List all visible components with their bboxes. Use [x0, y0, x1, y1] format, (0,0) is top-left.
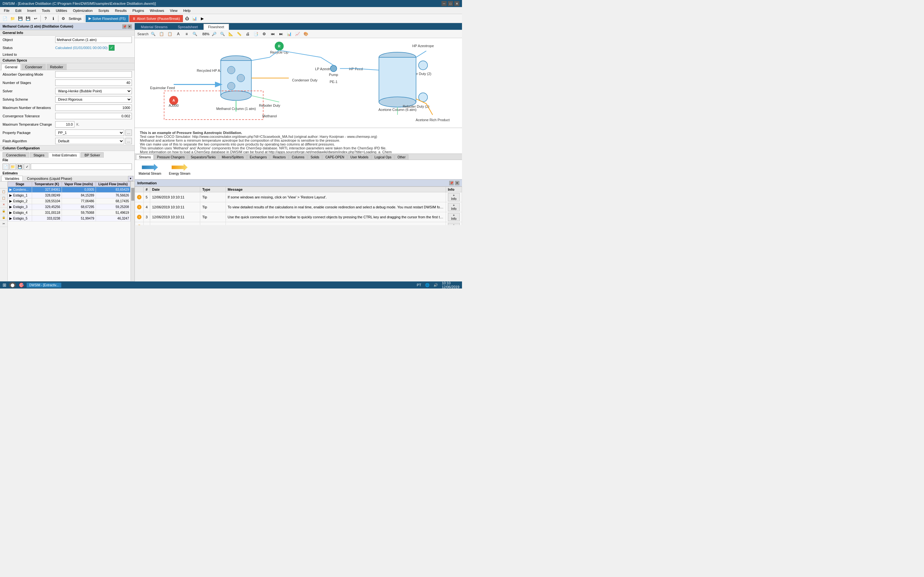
file-open-btn[interactable]: 📁	[10, 163, 16, 170]
fs-align-btn[interactable]: ≡	[183, 31, 190, 37]
fs-search-btn[interactable]: 🔍	[150, 31, 157, 37]
new-btn[interactable]: 📄	[1, 15, 8, 22]
tab-material-streams[interactable]: Material Streams	[136, 24, 172, 30]
menu-edit[interactable]: Edit	[13, 8, 24, 13]
menu-view[interactable]: View	[168, 8, 180, 13]
menu-tools[interactable]: Tools	[39, 8, 53, 13]
flash-algo-edit-btn[interactable]: …	[126, 138, 132, 144]
panel-pin-btn[interactable]: 📌	[122, 24, 127, 29]
flowsheet-area[interactable]: R Recycle Op HP Azeotrope Recycled HP Az…	[135, 38, 462, 128]
prop-pkg-select[interactable]: PP_1	[55, 129, 124, 136]
tab-flowsheet[interactable]: Flowsheet	[204, 24, 229, 30]
menu-insert[interactable]: Insert	[25, 8, 39, 13]
num-stages-input[interactable]	[55, 79, 132, 86]
menu-scripts[interactable]: Scripts	[96, 8, 112, 13]
fs-tool-10[interactable]: 🎨	[302, 31, 310, 37]
fs-tool-5[interactable]: ⚙	[261, 31, 268, 37]
estimates-table-row[interactable]: ▶Estágio_4 331,00118 59,75068 51,49619	[8, 210, 131, 216]
tab-connections[interactable]: Connections	[3, 152, 29, 158]
info-panel-close-btn[interactable]: ✕	[455, 181, 459, 185]
fs-tool-9[interactable]: 📈	[294, 31, 301, 37]
cortana-btn[interactable]: 🎯	[19, 282, 24, 287]
palette-tab-separators[interactable]: Separators/Tanks	[188, 155, 218, 160]
fs-paste-btn[interactable]: 📋	[166, 31, 174, 37]
save-btn[interactable]: 💾	[17, 15, 24, 22]
search-taskbar-btn[interactable]: ⬤	[9, 282, 16, 288]
filter-btn[interactable]: ▼	[128, 176, 133, 181]
palette-tab-exchangers[interactable]: Exchangers	[247, 155, 270, 160]
help-btn[interactable]: ?	[42, 15, 49, 22]
estimates-table-row[interactable]: ▶Condens... 327,84061 0,0005 83,65429	[8, 187, 131, 193]
fs-zoom-out[interactable]: 🔍	[219, 31, 226, 37]
fs-tool-7[interactable]: ⏭	[278, 31, 284, 37]
fs-tool-3[interactable]: 🖨	[244, 31, 251, 37]
row-icon-0[interactable]: 📋	[0, 189, 7, 195]
palette-tab-user-models[interactable]: User Models	[347, 155, 371, 160]
tab-stages[interactable]: Stages	[30, 152, 48, 158]
menu-help[interactable]: Help	[181, 8, 193, 13]
file-save-btn[interactable]: 💾	[17, 163, 23, 170]
fs-tool-4[interactable]: 📑	[252, 31, 260, 37]
palette-item-energy-stream[interactable]: Energy Stream	[169, 164, 191, 175]
estimates-table-row[interactable]: ▶Estágio_1 328,08249 84,15289 76,56626	[8, 193, 131, 198]
palette-tab-cape-open[interactable]: CAPE-OPEN	[322, 155, 347, 160]
sub-tab-variables[interactable]: Variables	[1, 176, 23, 181]
info-btn-1[interactable]: + Info	[448, 203, 460, 211]
fs-copy-btn[interactable]: 📋	[158, 31, 165, 37]
fs-tool-8[interactable]: 📊	[286, 31, 293, 37]
fs-tool-1[interactable]: 📐	[228, 31, 234, 37]
solver-select[interactable]: Wang-Henke (Bubble Point)	[55, 88, 132, 94]
info-row-info-btn[interactable]: + Info	[446, 222, 462, 226]
info-table-row[interactable]: ! 3 12/06/2019 10:10:11 Tip Use the quic…	[135, 212, 462, 222]
toggle-solver-btn[interactable]: ⏻	[184, 15, 191, 22]
panel-close-btn[interactable]: ✕	[128, 24, 132, 29]
open-btn[interactable]: 📁	[9, 15, 16, 22]
info-btn-2[interactable]: + Info	[448, 213, 460, 221]
fs-tool-6[interactable]: ⏮	[269, 31, 276, 37]
abort-solver-btn[interactable]: ⏸ Abort Solver (Pause/Break)	[129, 15, 183, 22]
palette-tab-other[interactable]: Other	[395, 155, 409, 160]
palette-tab-reactors[interactable]: Reactors	[270, 155, 288, 160]
palette-tab-pressure-changers[interactable]: Pressure Changers	[154, 155, 187, 160]
tab-bp-solver[interactable]: BP Solver	[81, 152, 103, 158]
sub-tab-compositions[interactable]: Compositions (Liquid Phase)	[23, 176, 76, 181]
info-table-row[interactable]: ! 5 12/06/2019 10:10:11 Tip If some wind…	[135, 192, 462, 202]
fs-zoom-in-2[interactable]: 🔎	[211, 31, 218, 37]
estimates-table-row[interactable]: ▶Estágio_5 333,0238 51,99479 46,3247	[8, 216, 131, 221]
maximize-button[interactable]: □	[448, 1, 453, 6]
menu-file[interactable]: File	[1, 8, 12, 13]
info-row-info-btn[interactable]: + Info	[446, 202, 462, 212]
row-icon-5[interactable]: ✂	[0, 221, 7, 227]
file-confirm-btn[interactable]: ✓	[24, 163, 30, 170]
estimates-table-row[interactable]: ▶Estágio_2 328,55104 77,06486 68,17435	[8, 198, 131, 204]
info-btn-3[interactable]: + Info	[448, 223, 460, 225]
info-row-info-btn[interactable]: + Info	[446, 192, 462, 202]
minimize-button[interactable]: ─	[441, 1, 447, 6]
fs-font-btn[interactable]: A	[175, 31, 182, 37]
row-icon-3[interactable]: 🔒	[0, 208, 7, 214]
object-input[interactable]	[55, 37, 132, 43]
palette-tab-solids[interactable]: Solids	[308, 155, 322, 160]
fs-zoom-in-btn[interactable]: 🔍	[192, 31, 199, 37]
dwsim-taskbar[interactable]: DWSIM - [Extractiv...	[27, 283, 61, 287]
info-table-row[interactable]: ! 4 12/06/2019 10:10:11 Tip To view deta…	[135, 202, 462, 212]
flash-algo-select[interactable]: Default	[55, 138, 124, 144]
row-icon-1[interactable]: 📋	[0, 195, 7, 201]
scrollbar-thumb[interactable]	[131, 188, 134, 201]
info-table-row[interactable]: ! 2 12/06/2019 10:10:11 Tip Press F5 on …	[135, 222, 462, 226]
palette-tab-columns[interactable]: Columns	[289, 155, 307, 160]
palette-tab-logical-ops[interactable]: Logical Ops	[372, 155, 394, 160]
row-icon-2[interactable]: ✕	[0, 201, 7, 208]
palette-item-material-stream[interactable]: Material Stream	[139, 164, 162, 175]
save-as-btn[interactable]: 💾	[24, 15, 31, 22]
prop-pkg-edit-btn[interactable]: …	[126, 129, 132, 136]
menu-plugins[interactable]: Plugins	[130, 8, 147, 13]
estimates-table-row[interactable]: ▶Estágio_3 329,45256 68,67295 59,25208	[8, 204, 131, 210]
table-scrollbar[interactable]	[131, 181, 134, 281]
max-iter-input[interactable]	[55, 105, 132, 111]
palette-tab-mixers[interactable]: Mixers/Splitters	[219, 155, 246, 160]
tab-initial-estimates[interactable]: Initial Estimates	[48, 152, 80, 158]
extra-btn-1[interactable]: 📊	[191, 15, 198, 22]
menu-optimization[interactable]: Optimization	[70, 8, 95, 13]
row-icon-4[interactable]: 🔒	[0, 214, 7, 221]
